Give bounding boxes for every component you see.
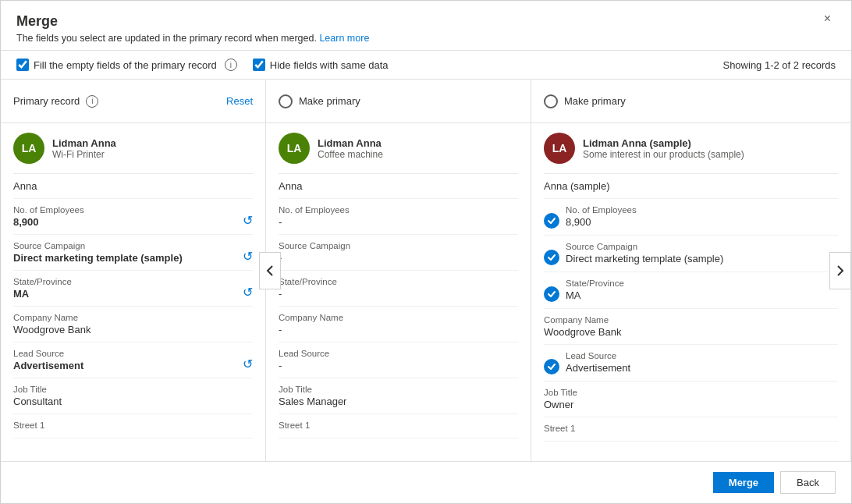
primary-field-source-campaign: Source Campaign Direct marketing templat… xyxy=(13,235,253,271)
primary-record-name: Lidman Anna xyxy=(52,137,253,149)
check-lead-source-icon xyxy=(544,359,559,374)
primary-field-employees: No. of Employees 8,900 ↺ xyxy=(13,199,253,235)
secondary-column-2-header: Make primary xyxy=(531,80,850,123)
primary-field-street1: Street 1 xyxy=(13,414,253,438)
secondary-2-record-info: Lidman Anna (sample) Some interest in ou… xyxy=(583,137,838,160)
fill-empty-checkbox[interactable] xyxy=(16,59,29,71)
secondary-column-2: Make primary LA Lidman Anna (sample) Som… xyxy=(531,80,851,461)
fill-empty-info-icon[interactable]: i xyxy=(225,59,237,71)
primary-avatar: LA xyxy=(13,133,44,164)
reset-campaign-icon[interactable]: ↺ xyxy=(243,249,253,264)
secondary-2-record-name: Lidman Anna (sample) xyxy=(583,137,838,149)
sec2-field-company: Company Name Woodgrove Bank xyxy=(544,309,838,345)
sec1-field-employees: No. of Employees - xyxy=(279,199,518,235)
primary-column-header: Primary record i Reset xyxy=(1,80,265,123)
primary-info-icon[interactable]: i xyxy=(86,95,98,108)
secondary-2-firstname: Anna (sample) xyxy=(544,174,838,199)
secondary-2-avatar: LA xyxy=(544,133,575,164)
header-left: Merge The fields you select are updated … xyxy=(16,13,369,44)
records-count: Showing 1-2 of 2 records xyxy=(722,59,836,71)
nav-arrow-left[interactable] xyxy=(259,252,281,289)
dialog-footer: Merge Back xyxy=(1,461,851,503)
hide-same-checkbox[interactable] xyxy=(253,59,265,71)
options-left: Fill the empty fields of the primary rec… xyxy=(16,59,389,71)
sec2-field-campaign: Source Campaign Direct marketing templat… xyxy=(544,236,838,272)
sec2-field-lead-source: Lead Source Advertisement xyxy=(544,345,838,382)
reset-employees-icon[interactable]: ↺ xyxy=(243,213,253,228)
sec1-field-street1: Street 1 xyxy=(279,414,518,438)
sec1-field-company: Company Name - xyxy=(279,307,518,343)
check-state-icon xyxy=(544,286,559,302)
secondary-1-record-sub: Coffee machine xyxy=(318,149,518,160)
check-employees-icon xyxy=(544,213,559,229)
fill-empty-option[interactable]: Fill the empty fields of the primary rec… xyxy=(16,59,237,71)
primary-column: Primary record i Reset LA Lidman Anna Wi… xyxy=(1,80,266,461)
sec2-field-job-title: Job Title Owner xyxy=(544,382,838,417)
check-campaign-icon xyxy=(544,250,559,265)
secondary-1-record-info: Lidman Anna Coffee machine xyxy=(318,137,518,160)
secondary-1-firstname: Anna xyxy=(279,174,518,199)
make-primary-label-1: Make primary xyxy=(299,95,360,107)
sec1-field-lead-source: Lead Source - xyxy=(279,343,518,378)
primary-field-employees-row: No. of Employees 8,900 ↺ xyxy=(13,205,253,228)
primary-record-card: LA Lidman Anna Wi-Fi Printer xyxy=(13,123,253,174)
sec1-field-campaign: Source Campaign - xyxy=(279,235,518,271)
make-primary-radio-2[interactable] xyxy=(544,94,558,108)
primary-field-lead-source: Lead Source Advertisement ↺ xyxy=(13,343,253,378)
dialog-header: Merge The fields you select are updated … xyxy=(1,1,851,51)
learn-more-link[interactable]: Learn more xyxy=(319,33,369,44)
primary-record-info: Lidman Anna Wi-Fi Printer xyxy=(52,137,253,160)
reset-state-icon[interactable]: ↺ xyxy=(243,285,253,300)
merge-dialog: Merge The fields you select are updated … xyxy=(0,0,852,504)
primary-label: Primary record xyxy=(13,95,80,107)
secondary-column-2-content: LA Lidman Anna (sample) Some interest in… xyxy=(531,123,850,461)
nav-arrow-right[interactable] xyxy=(829,252,851,289)
primary-field-job-title: Job Title Consultant xyxy=(13,378,253,414)
secondary-1-avatar: LA xyxy=(279,133,310,164)
secondary-column-1-content: LA Lidman Anna Coffee machine Anna No. o… xyxy=(266,123,531,461)
secondary-column-1: Make primary LA Lidman Anna Coffee machi… xyxy=(266,80,531,461)
options-bar: Fill the empty fields of the primary rec… xyxy=(1,51,851,80)
back-button[interactable]: Back xyxy=(780,471,836,494)
primary-field-company: Company Name Woodgrove Bank xyxy=(13,307,253,343)
close-button[interactable]: × xyxy=(819,10,836,27)
sec2-field-street1: Street 1 xyxy=(544,417,838,442)
secondary-1-record-name: Lidman Anna xyxy=(318,137,518,149)
secondary-1-record-card: LA Lidman Anna Coffee machine xyxy=(279,123,518,174)
sec1-field-state: State/Province - xyxy=(279,271,518,307)
make-primary-label-2: Make primary xyxy=(564,95,626,107)
primary-field-state: State/Province MA ↺ xyxy=(13,271,253,307)
columns-container: Primary record i Reset LA Lidman Anna Wi… xyxy=(1,80,851,461)
secondary-2-record-sub: Some interest in our products (sample) xyxy=(583,149,838,160)
primary-record-sub: Wi-Fi Printer xyxy=(52,149,253,160)
sec1-field-job-title: Job Title Sales Manager xyxy=(279,378,518,414)
merge-button[interactable]: Merge xyxy=(713,472,774,493)
secondary-2-record-card: LA Lidman Anna (sample) Some interest in… xyxy=(544,123,838,174)
hide-same-option[interactable]: Hide fields with same data xyxy=(253,59,389,71)
reset-lead-source-icon[interactable]: ↺ xyxy=(243,357,253,371)
reset-link[interactable]: Reset xyxy=(226,95,253,107)
sec2-field-employees: No. of Employees 8,900 xyxy=(544,199,838,236)
make-primary-radio-1[interactable] xyxy=(279,94,293,108)
primary-firstname: Anna xyxy=(13,174,253,199)
secondary-column-1-header: Make primary xyxy=(266,80,531,123)
primary-column-content: LA Lidman Anna Wi-Fi Printer Anna No. of… xyxy=(1,123,265,461)
dialog-subtitle: The fields you select are updated in the… xyxy=(16,33,369,44)
sec2-field-state: State/Province MA xyxy=(544,272,838,309)
dialog-title: Merge xyxy=(16,13,369,30)
